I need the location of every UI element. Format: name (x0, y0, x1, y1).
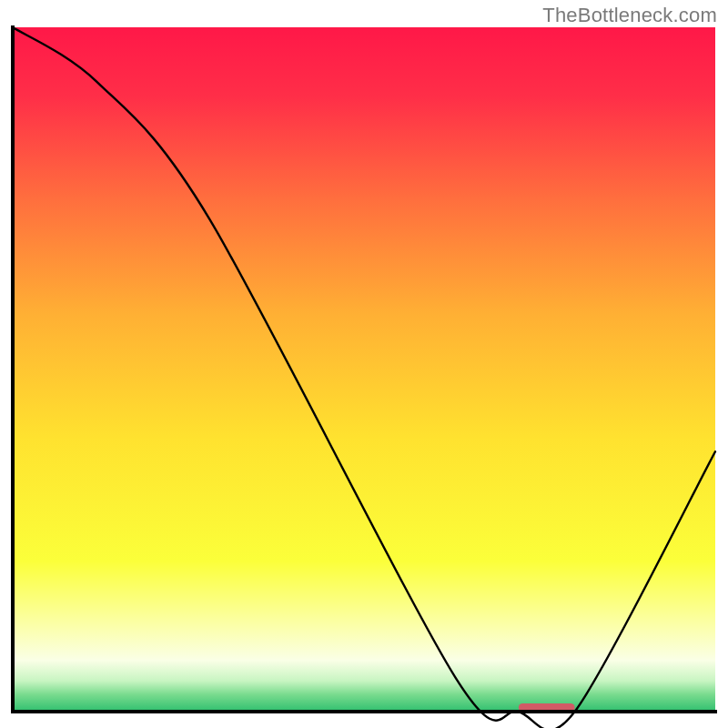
plot-background (13, 27, 715, 712)
bottleneck-chart (0, 0, 728, 728)
watermark-text: TheBottleneck.com (542, 4, 717, 27)
